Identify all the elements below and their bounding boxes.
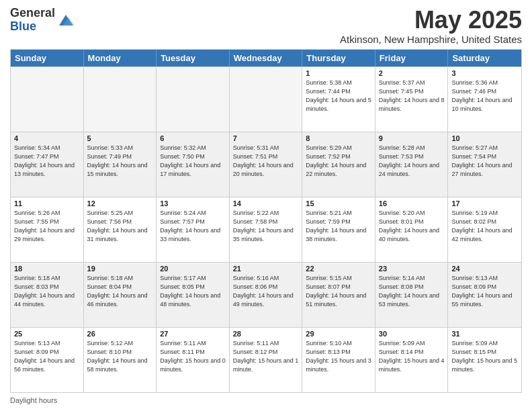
cal-cell: 2Sunrise: 5:37 AM Sunset: 7:45 PM Daylig… bbox=[375, 67, 449, 132]
cal-header-cell: Monday bbox=[84, 50, 157, 66]
day-number: 24 bbox=[451, 265, 518, 273]
cal-cell bbox=[84, 67, 157, 132]
cal-week: 25Sunrise: 5:13 AM Sunset: 8:09 PM Dayli… bbox=[11, 327, 521, 392]
calendar-body: 1Sunrise: 5:38 AM Sunset: 7:44 PM Daylig… bbox=[11, 66, 521, 392]
day-info: Sunrise: 5:32 AM Sunset: 7:50 PM Dayligh… bbox=[160, 144, 226, 179]
day-info: Sunrise: 5:16 AM Sunset: 8:06 PM Dayligh… bbox=[233, 274, 299, 309]
day-number: 4 bbox=[14, 134, 80, 142]
month-title: May 2025 bbox=[340, 7, 522, 34]
day-info: Sunrise: 5:34 AM Sunset: 7:47 PM Dayligh… bbox=[14, 144, 80, 179]
day-info: Sunrise: 5:18 AM Sunset: 8:04 PM Dayligh… bbox=[87, 274, 153, 309]
day-number: 12 bbox=[87, 199, 153, 208]
logo: General Blue bbox=[10, 7, 75, 34]
day-number: 22 bbox=[306, 265, 371, 273]
cal-cell: 17Sunrise: 5:19 AM Sunset: 8:02 PM Dayli… bbox=[448, 197, 521, 262]
cal-week: 11Sunrise: 5:26 AM Sunset: 7:55 PM Dayli… bbox=[11, 197, 521, 262]
cal-header-cell: Tuesday bbox=[157, 50, 230, 66]
day-number: 7 bbox=[233, 134, 299, 142]
cal-cell: 30Sunrise: 5:09 AM Sunset: 8:14 PM Dayli… bbox=[375, 328, 449, 392]
cal-cell: 27Sunrise: 5:11 AM Sunset: 8:11 PM Dayli… bbox=[157, 328, 230, 392]
logo-text: General Blue bbox=[10, 7, 55, 34]
day-info: Sunrise: 5:29 AM Sunset: 7:52 PM Dayligh… bbox=[306, 144, 371, 179]
cal-header-cell: Saturday bbox=[448, 50, 521, 66]
day-number: 16 bbox=[379, 199, 445, 208]
logo-blue: Blue bbox=[10, 19, 36, 33]
day-info: Sunrise: 5:12 AM Sunset: 8:10 PM Dayligh… bbox=[87, 339, 153, 374]
cal-cell: 4Sunrise: 5:34 AM Sunset: 7:47 PM Daylig… bbox=[11, 132, 84, 197]
cal-cell: 15Sunrise: 5:21 AM Sunset: 7:59 PM Dayli… bbox=[302, 197, 375, 262]
cal-cell: 16Sunrise: 5:20 AM Sunset: 8:01 PM Dayli… bbox=[375, 197, 449, 262]
day-number: 5 bbox=[87, 134, 153, 142]
day-info: Sunrise: 5:09 AM Sunset: 8:15 PM Dayligh… bbox=[451, 339, 518, 374]
day-number: 27 bbox=[160, 330, 226, 338]
day-number: 21 bbox=[233, 265, 299, 273]
day-info: Sunrise: 5:11 AM Sunset: 8:12 PM Dayligh… bbox=[233, 339, 299, 374]
day-number: 29 bbox=[306, 330, 371, 338]
cal-cell: 9Sunrise: 5:28 AM Sunset: 7:53 PM Daylig… bbox=[375, 132, 449, 197]
cal-header-cell: Thursday bbox=[302, 50, 375, 66]
page: General Blue May 2025 Atkinson, New Hamp… bbox=[0, 0, 532, 411]
day-info: Sunrise: 5:27 AM Sunset: 7:54 PM Dayligh… bbox=[451, 144, 518, 179]
day-info: Sunrise: 5:28 AM Sunset: 7:53 PM Dayligh… bbox=[379, 144, 445, 179]
cal-week: 18Sunrise: 5:18 AM Sunset: 8:03 PM Dayli… bbox=[11, 262, 521, 327]
day-info: Sunrise: 5:26 AM Sunset: 7:55 PM Dayligh… bbox=[14, 209, 80, 244]
cal-cell: 3Sunrise: 5:36 AM Sunset: 7:46 PM Daylig… bbox=[448, 67, 521, 132]
header: General Blue May 2025 Atkinson, New Hamp… bbox=[10, 7, 522, 45]
cal-week: 1Sunrise: 5:38 AM Sunset: 7:44 PM Daylig… bbox=[11, 66, 521, 132]
day-number: 13 bbox=[160, 199, 226, 208]
day-number: 1 bbox=[306, 69, 371, 77]
cal-cell: 13Sunrise: 5:24 AM Sunset: 7:57 PM Dayli… bbox=[157, 197, 230, 262]
day-info: Sunrise: 5:24 AM Sunset: 7:57 PM Dayligh… bbox=[160, 209, 226, 244]
day-number: 9 bbox=[379, 134, 445, 142]
day-info: Sunrise: 5:33 AM Sunset: 7:49 PM Dayligh… bbox=[87, 144, 153, 179]
daylight-label: Daylight hours bbox=[10, 396, 57, 404]
cal-cell: 22Sunrise: 5:15 AM Sunset: 8:07 PM Dayli… bbox=[302, 263, 375, 327]
cal-cell: 31Sunrise: 5:09 AM Sunset: 8:15 PM Dayli… bbox=[448, 328, 521, 392]
day-number: 2 bbox=[379, 69, 445, 77]
day-info: Sunrise: 5:36 AM Sunset: 7:46 PM Dayligh… bbox=[451, 79, 518, 113]
day-number: 30 bbox=[379, 330, 445, 338]
day-info: Sunrise: 5:10 AM Sunset: 8:13 PM Dayligh… bbox=[306, 339, 371, 374]
title-block: May 2025 Atkinson, New Hampshire, United… bbox=[340, 7, 522, 45]
day-number: 26 bbox=[87, 330, 153, 338]
cal-cell: 10Sunrise: 5:27 AM Sunset: 7:54 PM Dayli… bbox=[448, 132, 521, 197]
cal-cell: 20Sunrise: 5:17 AM Sunset: 8:05 PM Dayli… bbox=[157, 263, 230, 327]
cal-cell: 7Sunrise: 5:31 AM Sunset: 7:51 PM Daylig… bbox=[230, 132, 303, 197]
day-info: Sunrise: 5:18 AM Sunset: 8:03 PM Dayligh… bbox=[14, 274, 80, 309]
day-info: Sunrise: 5:15 AM Sunset: 8:07 PM Dayligh… bbox=[306, 274, 371, 309]
day-number: 14 bbox=[233, 199, 299, 208]
day-number: 11 bbox=[14, 199, 80, 208]
day-number: 19 bbox=[87, 265, 153, 273]
cal-cell: 29Sunrise: 5:10 AM Sunset: 8:13 PM Dayli… bbox=[302, 328, 375, 392]
cal-cell: 28Sunrise: 5:11 AM Sunset: 8:12 PM Dayli… bbox=[230, 328, 303, 392]
day-info: Sunrise: 5:19 AM Sunset: 8:02 PM Dayligh… bbox=[451, 209, 518, 244]
cal-cell: 25Sunrise: 5:13 AM Sunset: 8:09 PM Dayli… bbox=[11, 328, 84, 392]
cal-cell: 19Sunrise: 5:18 AM Sunset: 8:04 PM Dayli… bbox=[84, 263, 157, 327]
logo-general: General bbox=[10, 6, 55, 19]
location: Atkinson, New Hampshire, United States bbox=[340, 34, 522, 45]
day-number: 10 bbox=[451, 134, 518, 142]
day-info: Sunrise: 5:25 AM Sunset: 7:56 PM Dayligh… bbox=[87, 209, 153, 244]
cal-header-cell: Sunday bbox=[11, 50, 84, 66]
cal-cell: 26Sunrise: 5:12 AM Sunset: 8:10 PM Dayli… bbox=[84, 328, 157, 392]
cal-week: 4Sunrise: 5:34 AM Sunset: 7:47 PM Daylig… bbox=[11, 132, 521, 197]
cal-cell: 18Sunrise: 5:18 AM Sunset: 8:03 PM Dayli… bbox=[11, 263, 84, 327]
calendar: SundayMondayTuesdayWednesdayThursdayFrid… bbox=[10, 49, 522, 393]
day-info: Sunrise: 5:38 AM Sunset: 7:44 PM Dayligh… bbox=[306, 79, 371, 113]
day-number: 25 bbox=[14, 330, 80, 338]
cal-cell: 14Sunrise: 5:22 AM Sunset: 7:58 PM Dayli… bbox=[230, 197, 303, 262]
cal-cell: 8Sunrise: 5:29 AM Sunset: 7:52 PM Daylig… bbox=[302, 132, 375, 197]
footer: Daylight hours bbox=[10, 396, 522, 404]
day-number: 28 bbox=[233, 330, 299, 338]
day-number: 6 bbox=[160, 134, 226, 142]
day-number: 23 bbox=[379, 265, 445, 273]
day-number: 3 bbox=[451, 69, 518, 77]
day-number: 18 bbox=[14, 265, 80, 273]
cal-header-cell: Friday bbox=[375, 50, 449, 66]
day-number: 31 bbox=[451, 330, 518, 338]
logo-icon bbox=[56, 11, 75, 30]
cal-cell: 1Sunrise: 5:38 AM Sunset: 7:44 PM Daylig… bbox=[302, 67, 375, 132]
day-info: Sunrise: 5:17 AM Sunset: 8:05 PM Dayligh… bbox=[160, 274, 226, 309]
day-info: Sunrise: 5:37 AM Sunset: 7:45 PM Dayligh… bbox=[379, 79, 445, 113]
cal-cell: 5Sunrise: 5:33 AM Sunset: 7:49 PM Daylig… bbox=[84, 132, 157, 197]
